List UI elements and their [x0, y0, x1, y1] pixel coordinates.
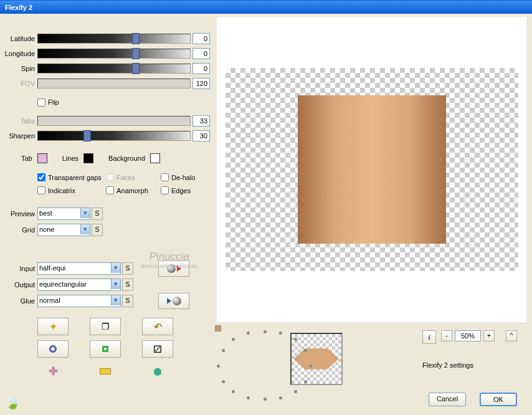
plus-icon: ✚: [49, 365, 58, 378]
output-reset-button[interactable]: S: [122, 279, 133, 291]
spin-value[interactable]: 0: [192, 63, 210, 74]
spin-slider[interactable]: [37, 64, 191, 74]
sharpen-value[interactable]: 30: [192, 130, 210, 141]
star-icon: ✦: [49, 321, 57, 333]
media-out-button[interactable]: [158, 293, 189, 309]
tool-button-brick[interactable]: [90, 363, 121, 380]
preview-select[interactable]: best▾: [37, 208, 90, 220]
zoom-out-button[interactable]: -: [441, 330, 452, 341]
tool-button-dice[interactable]: ⚂: [142, 340, 173, 358]
play-icon: [167, 298, 171, 304]
edges-checkbox[interactable]: Edges: [161, 186, 211, 194]
tab-color-label: Tab: [21, 155, 32, 162]
lines-color-label: Lines: [62, 155, 78, 162]
latitude-label: Latitude: [2, 35, 37, 42]
fov-label: FOV: [2, 80, 37, 87]
preview-content: [298, 95, 446, 244]
spin-label: Spin: [2, 65, 37, 72]
input-select[interactable]: half-equi▾: [37, 262, 121, 275]
window-title: Flexify 2: [5, 4, 32, 11]
disc-icon: [173, 297, 181, 305]
tabs-slider: [37, 116, 191, 126]
latitude-slider[interactable]: [37, 34, 191, 44]
titlebar: Flexify 2: [0, 0, 532, 14]
bg-color-label: Background: [108, 155, 145, 162]
brick-icon: [100, 368, 111, 374]
glue-label: Glue: [2, 297, 37, 305]
square-icon: [102, 346, 108, 352]
longitude-value[interactable]: 0: [192, 48, 210, 59]
tool-button-gem[interactable]: ⬢: [142, 363, 173, 380]
glue-select[interactable]: normal▾: [37, 295, 121, 307]
tool-button-plus[interactable]: ✚: [37, 363, 69, 380]
zoom-value[interactable]: 50%: [455, 330, 481, 341]
preview-reset-button[interactable]: S: [92, 208, 103, 220]
faces-checkbox: Faces: [106, 173, 161, 181]
expand-button[interactable]: ^: [506, 330, 517, 341]
grid-label: Grid: [2, 226, 37, 234]
fov-value[interactable]: 120: [192, 78, 210, 89]
preview-area[interactable]: [216, 16, 527, 323]
corner-icon[interactable]: 🍃: [5, 395, 21, 410]
info-button[interactable]: i: [422, 330, 436, 344]
tool-button-copy[interactable]: ❐: [90, 318, 121, 335]
cancel-button[interactable]: Cancel: [429, 393, 466, 406]
transparent-checkbox[interactable]: Transparent gaps: [37, 173, 106, 181]
undo-icon: ↶: [154, 321, 162, 333]
indicatrix-checkbox[interactable]: Indicatrix: [37, 186, 106, 194]
controls-panel: Latitude0 Longitude0 Spin0 FOV120 Flip T…: [0, 14, 215, 415]
tool-button-square[interactable]: [90, 340, 121, 358]
latitude-value[interactable]: 0: [192, 33, 210, 44]
input-label: Input: [2, 265, 37, 272]
anamorph-checkbox[interactable]: Anamorph: [106, 186, 161, 194]
lines-color-swatch[interactable]: [83, 153, 93, 163]
sharpen-label: Sharpen: [2, 132, 37, 140]
output-select[interactable]: equirectangular▾: [37, 279, 121, 291]
tool-button-undo[interactable]: ↶: [142, 318, 173, 335]
glue-reset-button[interactable]: S: [122, 295, 133, 307]
thumbnail-area: [215, 325, 417, 415]
longitude-slider[interactable]: [37, 49, 191, 59]
tabs-label: Tabs: [2, 117, 37, 125]
watermark: Pinucciawww.maidiregrafica.eu: [141, 250, 197, 269]
tool-button-circle[interactable]: [37, 340, 69, 358]
output-label: Output: [2, 281, 37, 289]
dice-icon: ⚂: [153, 343, 162, 355]
fov-slider: [37, 79, 191, 88]
circle-icon: [49, 345, 57, 353]
longitude-label: Longitude: [2, 50, 37, 57]
bg-color-swatch[interactable]: [150, 153, 160, 163]
zoom-in-button[interactable]: +: [483, 330, 495, 341]
leaf-icon: 🍃: [5, 396, 21, 409]
flip-checkbox[interactable]: Flip: [37, 98, 59, 107]
grid-select[interactable]: none▾: [37, 224, 90, 236]
preview-label: Preview: [2, 210, 37, 217]
dehalo-checkbox[interactable]: De-halo: [161, 173, 211, 181]
tab-color-swatch[interactable]: [37, 153, 47, 163]
tool-button-1[interactable]: ✦: [37, 318, 69, 335]
grid-reset-button[interactable]: S: [92, 224, 103, 236]
tabs-value[interactable]: 33: [192, 115, 210, 126]
status-text: Flexify 2 settings: [422, 361, 473, 369]
ok-button[interactable]: OK: [480, 393, 517, 406]
copy-icon: ❐: [102, 322, 110, 332]
input-reset-button[interactable]: S: [122, 262, 133, 275]
gem-icon: ⬢: [153, 366, 162, 378]
sharpen-slider[interactable]: [37, 131, 191, 141]
